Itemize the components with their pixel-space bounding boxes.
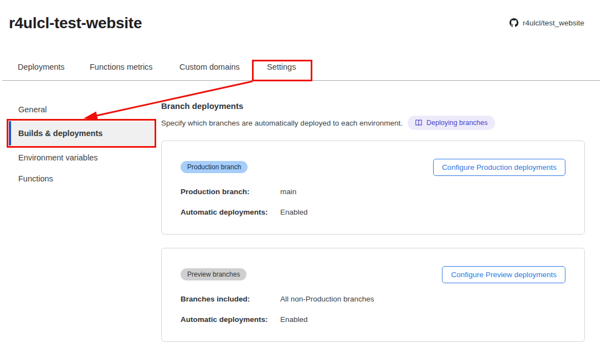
github-icon xyxy=(510,18,518,27)
pages-project-settings-page: r4ulcl-test-website r4ulcl/test_website … xyxy=(0,0,602,364)
automatic-deployments-label: Automatic deployments: xyxy=(181,315,268,324)
configure-production-deployments-button[interactable]: Configure Production deployments xyxy=(433,159,565,176)
section-description: Specify which branches are automatically… xyxy=(161,119,403,127)
production-branch-badge: Production branch xyxy=(181,161,248,173)
section-heading: Branch deployments xyxy=(161,101,243,111)
tab-functions-metrics[interactable]: Functions metrics xyxy=(90,63,153,71)
tab-custom-domains[interactable]: Custom domains xyxy=(179,63,240,71)
open-book-icon xyxy=(415,119,423,127)
tab-deployments[interactable]: Deployments xyxy=(18,63,65,71)
page-title: r4ulcl-test-website xyxy=(9,14,142,32)
tab-settings[interactable]: Settings xyxy=(267,63,296,71)
automatic-deployments-value: Enabled xyxy=(280,315,308,324)
configure-preview-deployments-button[interactable]: Configure Preview deployments xyxy=(442,266,565,283)
branches-included-value: All non-Production branches xyxy=(280,295,374,303)
preview-branches-card: Preview branches Configure Preview deplo… xyxy=(161,248,585,342)
production-branch-label: Production branch: xyxy=(181,188,250,196)
production-branch-card: Production branch Configure Production d… xyxy=(161,141,585,235)
sidebar-item-general[interactable]: General xyxy=(18,105,47,114)
section-description-row: Specify which branches are automatically… xyxy=(161,116,495,130)
docs-badge-label: Deploying branches xyxy=(426,119,488,127)
automatic-deployments-label: Automatic deployments: xyxy=(181,208,268,216)
github-repo-name: r4ulcl/test_website xyxy=(523,19,584,27)
sidebar-item-environment-variables[interactable]: Environment variables xyxy=(18,153,97,162)
production-branch-value: main xyxy=(280,188,296,196)
tabs-divider xyxy=(2,80,600,81)
sidebar-item-builds-deployments[interactable]: Builds & deployments xyxy=(9,121,154,145)
github-repo-link[interactable]: r4ulcl/test_website xyxy=(510,18,584,27)
deploying-branches-docs-link[interactable]: Deploying branches xyxy=(408,116,495,130)
branches-included-label: Branches included: xyxy=(181,295,250,303)
automatic-deployments-value: Enabled xyxy=(280,208,308,216)
sidebar-item-functions[interactable]: Functions xyxy=(18,174,53,183)
preview-branches-badge: Preview branches xyxy=(181,268,246,280)
